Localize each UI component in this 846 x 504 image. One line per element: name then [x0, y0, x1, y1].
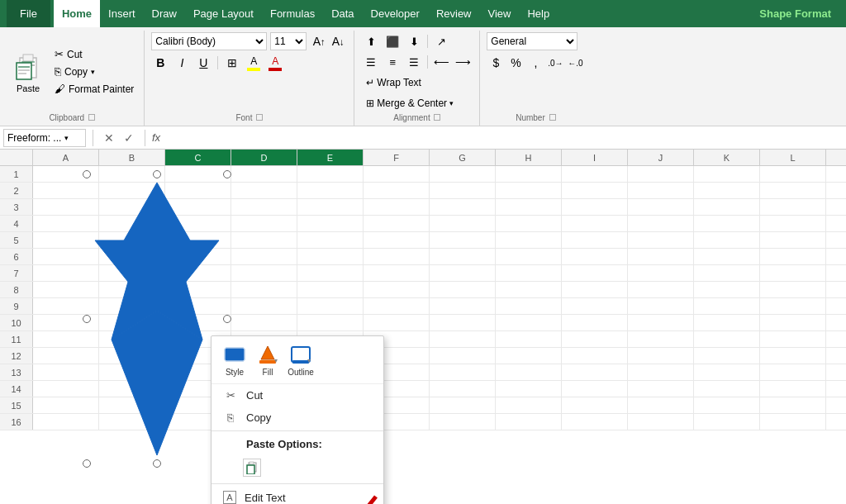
svg-rect-8: [18, 73, 26, 74]
paste-sub-btn[interactable]: [243, 459, 261, 477]
align-left-btn[interactable]: ☰: [361, 53, 381, 71]
increase-font-btn[interactable]: A↑: [310, 32, 328, 50]
clipboard-expand-icon[interactable]: [88, 114, 95, 121]
insert-menu[interactable]: Insert: [100, 0, 144, 27]
developer-menu[interactable]: Developer: [363, 0, 428, 27]
col-header-I[interactable]: I: [562, 150, 628, 165]
freeform-shape[interactable]: [87, 174, 227, 464]
format-painter-button[interactable]: 🖌 Format Painter: [51, 81, 137, 97]
underline-button[interactable]: U: [194, 54, 212, 72]
fx-label: fx: [152, 131, 160, 144]
percent-btn[interactable]: %: [506, 54, 525, 72]
name-box[interactable]: Freeform: ... ▾: [3, 129, 86, 147]
decimal-increase-btn[interactable]: .0→: [546, 54, 564, 72]
cell-I1[interactable]: [562, 166, 628, 182]
svg-marker-13: [261, 346, 274, 359]
alignment-expand-icon[interactable]: [434, 114, 440, 121]
decrease-font-btn[interactable]: A↓: [329, 32, 347, 50]
font-color-button[interactable]: A: [266, 54, 284, 72]
formulas-menu[interactable]: Formulas: [262, 0, 323, 27]
handle-top-right[interactable]: [223, 170, 231, 178]
align-right-btn[interactable]: ☰: [404, 53, 424, 71]
col-header-B[interactable]: B: [99, 150, 165, 165]
copy-button[interactable]: ⎘ Copy ▾: [51, 64, 137, 79]
row-header-4: 4: [0, 216, 33, 231]
data-menu[interactable]: Data: [323, 0, 362, 27]
shapeformat-menu[interactable]: Shape Format: [751, 0, 839, 27]
font-family-select[interactable]: Calibri (Body): [151, 32, 267, 50]
italic-button[interactable]: I: [173, 54, 191, 72]
font-size-select[interactable]: 11: [270, 32, 307, 50]
view-menu[interactable]: View: [480, 0, 520, 27]
fill-color-button[interactable]: A: [245, 54, 263, 72]
font-expand-icon[interactable]: [256, 114, 263, 121]
handle-middle-right[interactable]: [223, 315, 231, 323]
paste-button[interactable]: Paste: [7, 47, 50, 97]
formula-cancel-btn[interactable]: ✕: [100, 129, 118, 147]
clipboard-group: Paste ✂ Cut ⎘ Copy ▾ 🖌 Format Painter: [0, 31, 145, 126]
col-header-L[interactable]: L: [760, 150, 826, 165]
merge-center-button[interactable]: ⊞ Merge & Center ▾: [361, 94, 473, 112]
context-copy[interactable]: ⎘ Copy: [212, 407, 383, 429]
outline-tool[interactable]: ▾ Outline: [288, 343, 314, 377]
col-header-H[interactable]: H: [496, 150, 562, 165]
col-header-D[interactable]: D: [231, 150, 297, 165]
cell-H1[interactable]: [496, 166, 562, 182]
draw-menu[interactable]: Draw: [144, 0, 185, 27]
row-header-8: 8: [0, 282, 33, 297]
cell-E1[interactable]: [297, 166, 364, 182]
cell-L1[interactable]: [760, 166, 826, 182]
col-header-C[interactable]: C: [165, 150, 231, 165]
cell-D1[interactable]: [231, 166, 297, 182]
cell-J1[interactable]: [628, 166, 694, 182]
align-top-btn[interactable]: ⬆: [361, 32, 381, 50]
handle-bottom-middle[interactable]: [153, 459, 161, 468]
row-header-3: 3: [0, 199, 33, 215]
indent-increase-btn[interactable]: ⟶: [453, 53, 473, 71]
font-label: Font: [145, 113, 354, 122]
currency-btn[interactable]: $: [487, 54, 505, 72]
number-format-select[interactable]: General: [487, 32, 577, 50]
svg-rect-7: [18, 69, 30, 71]
style-tool[interactable]: Style: [221, 343, 248, 377]
cut-button[interactable]: ✂ Cut: [51, 46, 137, 62]
review-menu[interactable]: Review: [428, 0, 480, 27]
svg-rect-20: [250, 462, 254, 464]
context-cut[interactable]: ✂ Cut: [212, 384, 383, 407]
indent-decrease-btn[interactable]: ⟵: [431, 53, 451, 71]
handle-top-middle[interactable]: [153, 170, 161, 178]
handle-bottom-left[interactable]: [83, 459, 91, 468]
cell-G1[interactable]: [430, 166, 496, 182]
formula-input[interactable]: [164, 129, 843, 147]
decimal-decrease-btn[interactable]: ←.0: [566, 54, 584, 72]
number-expand-icon[interactable]: [549, 114, 556, 121]
col-header-J[interactable]: J: [628, 150, 694, 165]
align-row-top: ⬆ ⬛ ⬇ ↗: [361, 32, 473, 50]
cell-F1[interactable]: [364, 166, 430, 182]
help-menu[interactable]: Help: [519, 0, 558, 27]
pagelayout-menu[interactable]: Page Layout: [185, 0, 262, 27]
col-header-A[interactable]: A: [33, 150, 99, 165]
file-menu[interactable]: File: [7, 0, 50, 27]
align-divider2: [427, 55, 428, 69]
align-middle-btn[interactable]: ⬛: [383, 32, 402, 50]
align-center-btn[interactable]: ≡: [383, 53, 402, 71]
handle-middle-left[interactable]: [83, 315, 91, 323]
comma-btn[interactable]: ,: [526, 54, 544, 72]
handle-top-left[interactable]: [83, 170, 91, 178]
orientation-btn[interactable]: ↗: [431, 32, 451, 50]
formula-confirm-btn[interactable]: ✓: [120, 129, 138, 147]
context-copy-label: Copy: [246, 411, 372, 424]
col-header-E[interactable]: E: [297, 150, 364, 165]
row-header-13: 13: [0, 364, 33, 380]
col-header-K[interactable]: K: [694, 150, 760, 165]
col-header-G[interactable]: G: [430, 150, 496, 165]
align-bottom-btn[interactable]: ⬇: [404, 32, 424, 50]
cell-K1[interactable]: [694, 166, 760, 182]
wrap-text-button[interactable]: ↵ Wrap Text: [361, 74, 473, 92]
home-menu[interactable]: Home: [54, 0, 100, 27]
borders-button[interactable]: ⊞: [223, 54, 241, 72]
col-header-F[interactable]: F: [364, 150, 430, 165]
fill-tool[interactable]: ▾ Fill: [254, 343, 281, 377]
bold-button[interactable]: B: [151, 54, 169, 72]
